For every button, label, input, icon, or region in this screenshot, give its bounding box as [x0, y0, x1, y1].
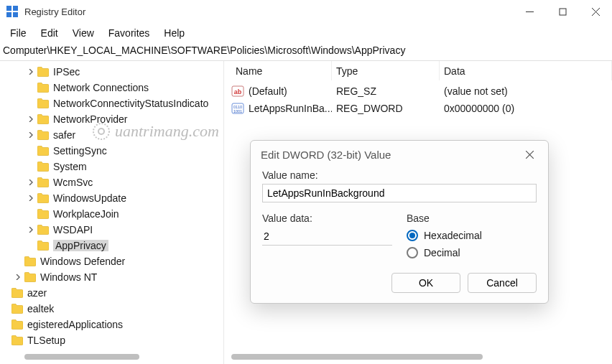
- tree-item-label: ealtek: [27, 303, 54, 314]
- menubar: File Edit View Favorites Help: [0, 23, 612, 43]
- menu-favorites[interactable]: Favorites: [101, 24, 157, 42]
- folder-icon: [24, 272, 36, 282]
- value-type: REG_DWORD: [332, 103, 440, 114]
- folder-icon: [37, 98, 49, 108]
- tree-item[interactable]: azer: [0, 285, 223, 301]
- folder-icon: [37, 67, 49, 77]
- folder-icon: [37, 146, 49, 156]
- table-row[interactable]: 01101001LetAppsRunInBa...REG_DWORD0x0000…: [224, 100, 612, 117]
- reg-string-icon: ab: [231, 85, 244, 98]
- folder-icon: [37, 177, 49, 187]
- chevron-right-icon[interactable]: [26, 225, 36, 235]
- tree-item-label: WindowsUpdate: [53, 192, 126, 204]
- svg-rect-2: [6, 12, 11, 17]
- chevron-right-icon[interactable]: [26, 177, 36, 187]
- tree-item[interactable]: WcmSvc: [0, 174, 223, 190]
- folder-icon: [11, 304, 23, 314]
- tree-item-label: TLSetup: [27, 335, 65, 346]
- tree-item[interactable]: TLSetup: [0, 332, 223, 348]
- tree-item[interactable]: AppPrivacy: [0, 238, 223, 253]
- folder-icon: [37, 193, 49, 203]
- value-type: REG_SZ: [332, 85, 440, 97]
- titlebar: Registry Editor: [0, 0, 612, 23]
- folder-icon: [37, 162, 49, 172]
- tree-item-label: safer: [53, 129, 75, 141]
- tree-item-label: WorkplaceJoin: [53, 208, 119, 220]
- ok-button[interactable]: OK: [391, 273, 460, 293]
- radio-icon: [407, 247, 418, 258]
- reg-binary-icon: 01101001: [231, 102, 244, 115]
- svg-text:ab: ab: [234, 88, 242, 95]
- app-icon: [6, 5, 19, 18]
- folder-icon: [11, 335, 23, 345]
- table-row[interactable]: ab(Default)REG_SZ(value not set): [224, 83, 612, 100]
- column-name[interactable]: Name: [231, 61, 332, 80]
- menu-view[interactable]: View: [65, 24, 101, 42]
- tree-item[interactable]: WorkplaceJoin: [0, 206, 223, 222]
- minimize-button[interactable]: [513, 0, 546, 23]
- menu-help[interactable]: Help: [157, 24, 192, 42]
- tree-item[interactable]: SettingSync: [0, 143, 223, 159]
- radio-hexadecimal[interactable]: Hexadecimal: [407, 227, 537, 244]
- tree-item[interactable]: WindowsUpdate: [0, 190, 223, 206]
- tree-item-label: Windows Defender: [40, 256, 125, 267]
- menu-file[interactable]: File: [3, 24, 34, 42]
- dialog-close-button[interactable]: [521, 146, 538, 163]
- folder-icon: [37, 130, 49, 140]
- tree-item-label: AppPrivacy: [53, 240, 108, 251]
- cancel-button[interactable]: Cancel: [468, 273, 537, 293]
- list-hscrollbar[interactable]: [231, 353, 598, 361]
- tree-item[interactable]: IPSec: [0, 64, 223, 80]
- folder-icon: [11, 319, 23, 330]
- close-button[interactable]: [579, 0, 612, 23]
- tree-item-label: Network Connections: [53, 82, 149, 93]
- maximize-button[interactable]: [546, 0, 579, 23]
- tree-item[interactable]: System: [0, 159, 223, 174]
- radio-decimal[interactable]: Decimal: [407, 244, 537, 261]
- folder-icon: [37, 83, 49, 93]
- tree-item-label: azer: [27, 287, 47, 299]
- folder-icon: [37, 209, 49, 219]
- value-data-label: Value data:: [262, 213, 392, 224]
- chevron-right-icon[interactable]: [26, 193, 36, 203]
- tree-item-label: Windows NT: [40, 271, 97, 283]
- address-bar[interactable]: Computer\HKEY_LOCAL_MACHINE\SOFTWARE\Pol…: [0, 43, 612, 60]
- tree-item[interactable]: safer: [0, 127, 223, 143]
- value-name-label: Value name:: [262, 169, 537, 181]
- value-data-input[interactable]: [262, 227, 392, 246]
- window-title: Registry Editor: [24, 6, 85, 17]
- tree-item[interactable]: NetworkConnectivityStatusIndicato: [0, 95, 223, 111]
- tree-item[interactable]: egisteredApplications: [0, 317, 223, 332]
- tree-item[interactable]: NetworkProvider: [0, 111, 223, 127]
- value-data: (value not set): [440, 85, 612, 97]
- tree-item-label: SettingSync: [53, 145, 107, 157]
- tree-item[interactable]: WSDAPI: [0, 222, 223, 238]
- folder-icon: [11, 288, 23, 298]
- column-headers[interactable]: Name Type Data: [224, 61, 612, 81]
- svg-rect-5: [560, 9, 566, 15]
- chevron-right-icon[interactable]: [26, 114, 36, 124]
- tree-item[interactable]: Windows Defender: [0, 253, 223, 269]
- chevron-right-icon[interactable]: [26, 130, 36, 140]
- column-type[interactable]: Type: [332, 61, 440, 80]
- window-controls: [513, 0, 612, 23]
- value-name-input[interactable]: [262, 184, 537, 202]
- tree-item[interactable]: ealtek: [0, 301, 223, 317]
- tree-item[interactable]: Network Connections: [0, 80, 223, 95]
- value-name: (Default): [249, 85, 287, 97]
- menu-edit[interactable]: Edit: [34, 24, 65, 42]
- tree-item-label: NetworkConnectivityStatusIndicato: [53, 98, 208, 109]
- svg-rect-0: [6, 6, 11, 11]
- radio-dec-label: Decimal: [424, 247, 460, 258]
- chevron-right-icon[interactable]: [26, 67, 36, 77]
- chevron-right-icon[interactable]: [13, 272, 23, 282]
- value-name: LetAppsRunInBa...: [249, 103, 332, 114]
- column-data[interactable]: Data: [440, 61, 612, 80]
- tree-pane[interactable]: IPSecNetwork ConnectionsNetworkConnectiv…: [0, 61, 224, 364]
- tree-item[interactable]: Windows NT: [0, 269, 223, 285]
- tree-item-label: System: [53, 161, 87, 172]
- tree-hscrollbar[interactable]: [3, 353, 218, 361]
- edit-dword-dialog: Edit DWORD (32-bit) Value Value name: Va…: [250, 140, 549, 304]
- folder-icon: [24, 256, 36, 266]
- tree-item-label: egisteredApplications: [27, 319, 123, 330]
